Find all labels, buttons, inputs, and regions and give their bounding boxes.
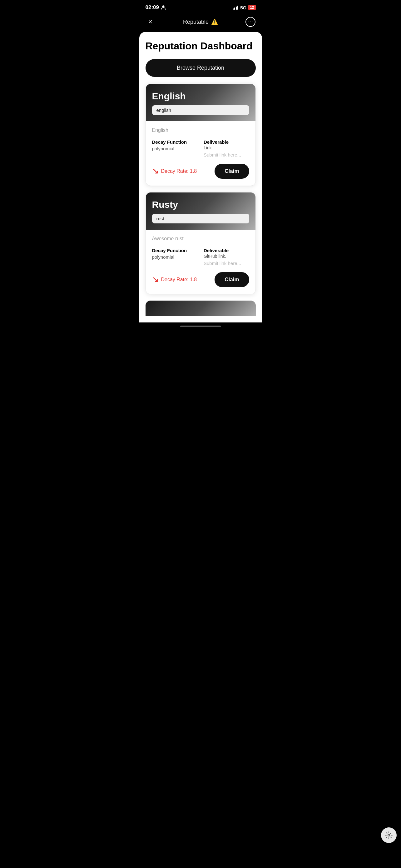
- english-card-body: English Decay Function polynomial Delive…: [146, 121, 256, 186]
- rusty-card-subtitle: Awesome rust: [152, 236, 249, 242]
- battery-indicator: 12: [248, 5, 256, 10]
- decay-arrow-icon: [152, 168, 159, 175]
- english-decay-rate-label: Decay Rate: 1.8: [161, 168, 197, 174]
- rusty-decay-rate: Decay Rate: 1.8: [152, 276, 197, 283]
- rusty-card-footer: Decay Rate: 1.8 Claim: [152, 272, 249, 287]
- english-decay-function-block: Decay Function polynomial: [152, 140, 198, 151]
- nav-bar: × Reputable ⚠️ ···: [139, 13, 262, 32]
- rusty-decay-function-block: Decay Function polynomial: [152, 248, 198, 260]
- nav-title-text: Reputable: [183, 19, 209, 25]
- rusty-card-title: Rusty: [152, 199, 249, 210]
- english-deliverable-block: Deliverable Link Submit link here...: [197, 140, 249, 157]
- home-indicator-bar: [180, 326, 221, 327]
- rusty-card-body: Awesome rust Decay Function polynomial D…: [146, 230, 256, 294]
- rusty-deliverable-placeholder: Submit link here...: [204, 260, 249, 266]
- svg-point-0: [162, 5, 165, 7]
- more-button[interactable]: ···: [245, 17, 256, 27]
- main-content: Reputation Dashboard Browse Reputation E…: [139, 32, 262, 322]
- rusty-decay-function-value: polynomial: [152, 254, 198, 260]
- rusty-deliverable-type: GitHub link.: [204, 254, 249, 259]
- english-deliverable-placeholder: Submit link here...: [204, 152, 249, 157]
- rusty-decay-rate-label: Decay Rate: 1.8: [161, 277, 197, 282]
- browse-reputation-button[interactable]: Browse Reputation: [145, 59, 256, 77]
- page-title: Reputation Dashboard: [145, 41, 256, 52]
- rusty-claim-button[interactable]: Claim: [214, 272, 249, 287]
- status-right: 5G 12: [233, 5, 256, 10]
- english-claim-button[interactable]: Claim: [214, 164, 249, 179]
- signal-icon: [233, 5, 238, 10]
- english-decay-function-value: polynomial: [152, 146, 198, 151]
- english-card-subtitle: English: [152, 127, 249, 133]
- rusty-card-tag: rust: [152, 214, 249, 223]
- english-decay-rate: Decay Rate: 1.8: [152, 168, 197, 175]
- status-bar: 02:09 5G 12: [139, 0, 262, 13]
- english-deliverable-title: Deliverable: [204, 140, 249, 145]
- english-deliverable-type: Link: [204, 145, 249, 150]
- person-icon: [161, 5, 166, 10]
- close-button[interactable]: ×: [145, 17, 156, 27]
- english-card-title: English: [152, 91, 249, 101]
- rusty-deliverable-block: Deliverable GitHub link. Submit link her…: [197, 248, 249, 266]
- english-card: English english English Decay Function p…: [145, 84, 256, 186]
- english-decay-function-label: Decay Function: [152, 140, 198, 145]
- rusty-card: Rusty rust Awesome rust Decay Function p…: [145, 192, 256, 294]
- rusty-deliverable-title: Deliverable: [204, 248, 249, 253]
- status-time: 02:09: [145, 4, 166, 11]
- rusty-card-details: Decay Function polynomial Deliverable Gi…: [152, 248, 249, 266]
- rusty-decay-arrow-icon: [152, 276, 159, 283]
- english-card-header: English english: [146, 84, 256, 121]
- english-card-tag: english: [152, 105, 249, 115]
- english-card-details: Decay Function polynomial Deliverable Li…: [152, 140, 249, 157]
- rusty-decay-function-label: Decay Function: [152, 248, 198, 253]
- english-card-footer: Decay Rate: 1.8 Claim: [152, 164, 249, 179]
- rusty-card-header: Rusty rust: [146, 192, 256, 230]
- nav-title: Reputable ⚠️: [183, 19, 218, 25]
- network-label: 5G: [240, 5, 246, 10]
- warning-icon: ⚠️: [211, 19, 218, 25]
- home-indicator: [139, 322, 262, 329]
- partial-card: [145, 301, 256, 316]
